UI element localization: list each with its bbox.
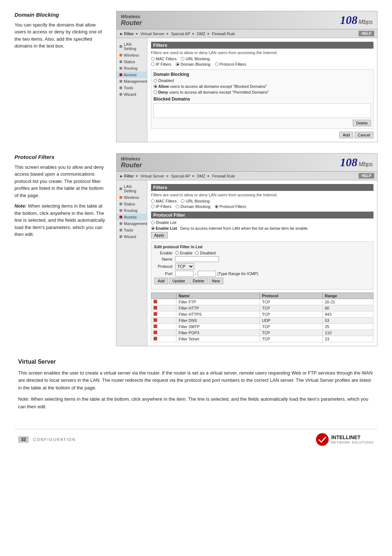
table-row[interactable]: Filter POP3 TCP 110 <box>151 330 373 336</box>
ip-filters-radio[interactable] <box>151 62 155 66</box>
nav-virtual-server-1[interactable]: Virtual Server <box>140 32 164 36</box>
sidebar-item-lan-setting-1[interactable]: LAN Setting <box>117 41 147 52</box>
sidebar-item-wireless-2[interactable]: Wireless <box>117 194 147 201</box>
ip-filters-option[interactable]: IP Filters <box>151 62 171 66</box>
router-logo-wireless: Wireless Router <box>121 14 142 27</box>
table-row[interactable]: Filter DNS UDP 53 <box>151 318 373 324</box>
enable-enable-option[interactable]: Enable <box>175 251 192 255</box>
row-name: Filter HTTPS <box>176 311 260 318</box>
sidebar-item-tools-1[interactable]: Tools <box>117 85 147 91</box>
help-button-1[interactable]: HELP <box>359 31 374 36</box>
row-checkbox[interactable] <box>154 300 157 303</box>
allow-radio[interactable] <box>154 85 157 88</box>
nav-special-ap-1[interactable]: Special AP <box>171 32 190 36</box>
sidebar-item-status-2[interactable]: Status <box>117 201 147 207</box>
table-row[interactable]: Filter HTTP TCP 80 <box>151 305 373 311</box>
enable-list-option[interactable]: Enable List : Deny to access internet fr… <box>151 226 373 230</box>
edit-protocol-title: Edit protocol Filter in List <box>154 245 370 249</box>
allow-option[interactable]: Allow users to access all domains except… <box>154 84 371 89</box>
sidebar-item-access-1[interactable]: Access <box>117 71 147 78</box>
mac-filters-option[interactable]: MAC Filters <box>151 57 176 61</box>
protocol-filters-option[interactable]: Protocol Filters <box>215 62 246 66</box>
deny-option[interactable]: Deny users to access all domains except … <box>154 90 371 94</box>
disable-list-radio[interactable] <box>151 221 155 224</box>
domain-blocking-radio-2[interactable] <box>176 205 179 208</box>
table-row[interactable]: Filter FTP TCP 20-21 <box>151 299 373 305</box>
row-checkbox[interactable] <box>154 318 157 322</box>
mac-filters-radio[interactable] <box>151 57 155 61</box>
protocol-filters-radio-2[interactable] <box>215 205 219 208</box>
row-checkbox[interactable] <box>154 312 157 316</box>
sidebar-item-management-1[interactable]: Management <box>117 78 147 85</box>
nav-virtual-server-2[interactable]: Virtual Server <box>140 174 164 178</box>
sidebar-item-routing-1[interactable]: Routing <box>117 65 147 71</box>
mac-filters-option-2[interactable]: MAC Filters <box>151 199 176 203</box>
row-checkbox[interactable] <box>154 324 157 328</box>
add-button-2[interactable]: Add <box>154 278 168 284</box>
sidebar-item-wizard-2[interactable]: Wizard <box>117 233 147 240</box>
nav-firewall-rule-2[interactable]: Firewall Rule <box>212 174 235 178</box>
url-blocking-radio[interactable] <box>181 57 184 61</box>
disable-list-option[interactable]: Disable List <box>151 220 373 225</box>
domain-blocking-option-2[interactable]: Domain Blocking <box>176 204 211 209</box>
row-checkbox[interactable] <box>154 337 157 340</box>
apply-button[interactable]: Apply <box>151 232 168 238</box>
ip-filters-option-2[interactable]: IP Filters <box>151 204 171 209</box>
table-row[interactable]: Filter SMTP TCP 25 <box>151 324 373 330</box>
deny-radio[interactable] <box>154 90 157 94</box>
disabled-radio[interactable] <box>154 79 157 82</box>
delete-button-2[interactable]: Delete <box>189 278 208 284</box>
sidebar-item-tools-2[interactable]: Tools <box>117 227 147 233</box>
ip-filters-radio-2[interactable] <box>151 205 155 208</box>
name-input[interactable] <box>175 256 219 262</box>
sidebar-item-wireless-1[interactable]: Wireless <box>117 52 147 58</box>
enable-list-radio[interactable] <box>151 226 155 230</box>
protocol-select[interactable]: TCP UDP ICMP <box>175 263 194 270</box>
nav-dmz-2[interactable]: DMZ <box>197 174 205 178</box>
url-blocking-radio-2[interactable] <box>181 199 184 203</box>
row-checkbox[interactable] <box>154 331 157 334</box>
sidebar-item-routing-2[interactable]: Routing <box>117 207 147 214</box>
mac-filters-radio-2[interactable] <box>151 199 155 203</box>
router-logo-wireless-2: Wireless Router <box>121 156 142 169</box>
protocol-filters-radio[interactable] <box>215 62 219 66</box>
intellinet-logo: INTELLINET NETWORK SOLUTIONS <box>316 433 374 446</box>
port-to-input[interactable] <box>198 271 216 277</box>
add-button-1[interactable]: Add <box>339 132 353 138</box>
row-range: 80 <box>322 305 373 311</box>
filter-table: Name Protocol Range Filter FTP TCP 20-21… <box>151 293 373 342</box>
port-from-input[interactable] <box>175 271 193 277</box>
nav-filter-1[interactable]: ► Filter <box>119 32 134 36</box>
url-blocking-option[interactable]: URL Blocking <box>181 57 209 61</box>
domain-blocking-option[interactable]: Domain Blocking <box>176 62 211 66</box>
domain-blocking-radio[interactable] <box>176 62 179 66</box>
row-range: 20-21 <box>322 299 373 305</box>
router-panel-1: Wireless Router 108 Mbps ► Filter ► Virt… <box>116 11 377 142</box>
blocked-domains-input[interactable] <box>154 103 371 118</box>
table-row[interactable]: Filter HTTPS TCP 443 <box>151 311 373 318</box>
sidebar-item-wizard-1[interactable]: Wizard <box>117 91 147 98</box>
sidebar-item-management-2[interactable]: Management <box>117 220 147 227</box>
nav-filter-2[interactable]: ► Filter <box>119 174 134 178</box>
enable-disabled-option[interactable]: Disabled <box>195 251 216 255</box>
nav-dmz-1[interactable]: DMZ <box>197 32 205 36</box>
cancel-button-1[interactable]: Cancel <box>355 132 373 138</box>
note-text-2: When selecting items in the table at the… <box>18 396 368 409</box>
delete-button-1[interactable]: Delete <box>353 120 371 126</box>
sidebar-item-access-2[interactable]: Access <box>117 214 147 220</box>
protocol-filters-option-2[interactable]: Protocol Filters <box>215 204 246 209</box>
row-checkbox[interactable] <box>154 306 157 310</box>
update-button[interactable]: Update <box>169 278 188 284</box>
disabled-option[interactable]: Disabled <box>154 78 371 83</box>
new-button[interactable]: New <box>209 278 223 284</box>
enable-enable-radio[interactable] <box>175 251 179 255</box>
help-button-2[interactable]: HELP <box>359 173 374 179</box>
page-footer: 32 CONFIGURATION INTELLINET NETWORK SOLU… <box>15 429 377 450</box>
table-row[interactable]: Filter Telnet TCP 23 <box>151 336 373 342</box>
nav-special-ap-2[interactable]: Special AP <box>171 174 190 178</box>
enable-disabled-radio[interactable] <box>195 251 199 255</box>
sidebar-item-lan-setting-2[interactable]: LAN Setting <box>117 183 147 194</box>
nav-firewall-rule-1[interactable]: Firewall Rule <box>212 32 235 36</box>
url-blocking-option-2[interactable]: URL Blocking <box>181 199 209 203</box>
sidebar-item-status-1[interactable]: Status <box>117 58 147 65</box>
